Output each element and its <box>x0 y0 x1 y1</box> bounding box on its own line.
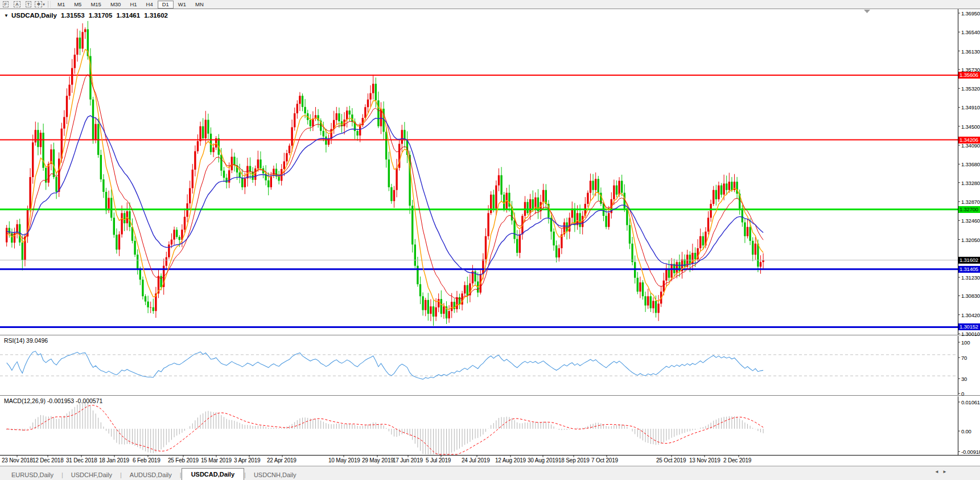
chart-shift-marker-icon[interactable] <box>864 10 870 13</box>
tab-usdcnh-daily[interactable]: USDCNH,Daily <box>246 469 304 480</box>
candlesticks <box>6 21 764 326</box>
macd-histogram <box>7 401 763 454</box>
macd-signal-value: -0.000571 <box>76 397 102 404</box>
ma-mid-line <box>7 75 763 300</box>
tab-usdchf-daily[interactable]: USDCHF,Daily <box>63 469 120 480</box>
chart-symbol-label: USDCAD,Daily <box>11 12 57 19</box>
rsi-label: RSI(14) 39.0496 <box>4 337 48 344</box>
tab-audusd-daily[interactable]: AUDUSD,Daily <box>122 469 180 480</box>
tab-scroll-right-icon: ► <box>942 469 950 474</box>
chart-tab-bar: EURUSD,Daily|USDCHF,Daily|AUDUSD,Daily|U… <box>0 466 980 480</box>
macd-main-value: -0.001953 <box>47 397 74 404</box>
mt4-window: FAT❖▾M1M5M15M30H1H4D1W1MN ▼USDCAD,Daily … <box>0 0 980 480</box>
macd-label: MACD(12,26,9) -0.001953 -0.000571 <box>4 397 102 404</box>
rsi-line <box>7 351 763 379</box>
ohlc-close: 1.31602 <box>144 12 168 19</box>
price-chart-canvas[interactable] <box>0 0 980 480</box>
ohlc-open: 1.31553 <box>61 12 85 19</box>
tab-scroll-left-icon: ◄ <box>934 469 942 474</box>
rsi-value: 39.0496 <box>26 337 48 344</box>
ohlc-low: 1.31461 <box>117 12 141 19</box>
tab-scroll-arrows[interactable]: ◄► <box>934 469 950 474</box>
ohlc-high: 1.31705 <box>89 12 113 19</box>
tab-eurusd-daily[interactable]: EURUSD,Daily <box>3 469 61 480</box>
symbol-dropdown-icon[interactable]: ▼ <box>4 13 9 18</box>
macd-signal-line <box>7 405 763 454</box>
tab-usdcad-daily[interactable]: USDCAD,Daily <box>182 468 244 480</box>
chart-title: ▼USDCAD,Daily 1.31553 1.31705 1.31461 1.… <box>4 12 170 19</box>
